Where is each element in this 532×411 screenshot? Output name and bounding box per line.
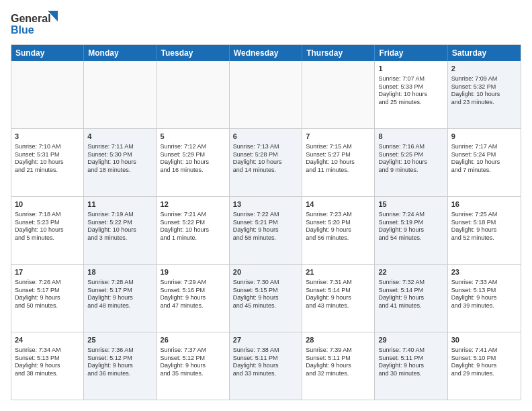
calendar-header: SundayMondayTuesdayWednesdayThursdayFrid… [11,45,521,61]
day-number: 22 [378,267,443,277]
day-cell: 16Sunrise: 7:25 AM Sunset: 5:18 PM Dayli… [448,197,521,264]
weekday-header: Monday [84,45,157,61]
weekday-header: Sunday [11,45,84,61]
day-number: 11 [87,199,152,210]
day-number: 27 [233,335,298,345]
day-info: Sunrise: 7:30 AM Sunset: 5:15 PM Dayligh… [233,279,298,310]
day-cell: 14Sunrise: 7:23 AM Sunset: 5:20 PM Dayli… [302,197,375,264]
empty-cell [11,61,84,128]
day-cell: 18Sunrise: 7:28 AM Sunset: 5:17 PM Dayli… [84,265,157,332]
page: GeneralBlue SundayMondayTuesdayWednesday… [0,0,532,411]
calendar: SundayMondayTuesdayWednesdayThursdayFrid… [11,44,521,400]
empty-cell [157,61,230,128]
day-info: Sunrise: 7:24 AM Sunset: 5:19 PM Dayligh… [378,211,443,242]
weekday-header: Wednesday [230,45,302,61]
day-info: Sunrise: 7:18 AM Sunset: 5:23 PM Dayligh… [15,211,80,242]
day-number: 12 [161,199,226,210]
calendar-row: 10Sunrise: 7:18 AM Sunset: 5:23 PM Dayli… [11,196,521,264]
svg-text:Blue: Blue [11,24,34,36]
weekday-header: Saturday [448,45,521,61]
day-number: 23 [451,267,517,277]
day-cell: 24Sunrise: 7:34 AM Sunset: 5:13 PM Dayli… [11,332,84,400]
day-cell: 20Sunrise: 7:30 AM Sunset: 5:15 PM Dayli… [230,265,302,332]
empty-cell [302,61,375,128]
day-info: Sunrise: 7:41 AM Sunset: 5:10 PM Dayligh… [451,347,517,378]
day-number: 20 [233,267,298,277]
day-cell: 29Sunrise: 7:40 AM Sunset: 5:11 PM Dayli… [375,332,447,400]
day-cell: 3Sunrise: 7:10 AM Sunset: 5:31 PM Daylig… [11,129,84,196]
calendar-body: 1Sunrise: 7:07 AM Sunset: 5:33 PM Daylig… [11,61,521,400]
day-info: Sunrise: 7:25 AM Sunset: 5:18 PM Dayligh… [451,211,517,242]
day-info: Sunrise: 7:32 AM Sunset: 5:14 PM Dayligh… [378,279,443,310]
day-number: 4 [87,132,152,142]
day-number: 9 [451,132,517,142]
day-info: Sunrise: 7:38 AM Sunset: 5:11 PM Dayligh… [233,347,298,378]
day-number: 15 [378,199,443,210]
day-cell: 9Sunrise: 7:17 AM Sunset: 5:24 PM Daylig… [448,129,521,196]
day-number: 28 [306,335,371,345]
day-number: 10 [15,199,80,210]
day-cell: 1Sunrise: 7:07 AM Sunset: 5:33 PM Daylig… [375,61,447,128]
day-number: 24 [15,335,80,345]
day-info: Sunrise: 7:07 AM Sunset: 5:33 PM Dayligh… [378,75,443,107]
day-info: Sunrise: 7:28 AM Sunset: 5:17 PM Dayligh… [87,279,152,310]
day-info: Sunrise: 7:16 AM Sunset: 5:25 PM Dayligh… [378,143,443,175]
day-info: Sunrise: 7:12 AM Sunset: 5:29 PM Dayligh… [161,143,226,175]
day-info: Sunrise: 7:09 AM Sunset: 5:32 PM Dayligh… [451,75,517,107]
day-number: 5 [161,132,226,142]
day-number: 3 [15,132,80,142]
day-cell: 17Sunrise: 7:26 AM Sunset: 5:17 PM Dayli… [11,265,84,332]
day-info: Sunrise: 7:15 AM Sunset: 5:27 PM Dayligh… [306,143,371,175]
day-info: Sunrise: 7:26 AM Sunset: 5:17 PM Dayligh… [15,279,80,310]
day-cell: 7Sunrise: 7:15 AM Sunset: 5:27 PM Daylig… [302,129,375,196]
calendar-row: 1Sunrise: 7:07 AM Sunset: 5:33 PM Daylig… [11,61,521,128]
day-number: 2 [451,64,517,74]
day-info: Sunrise: 7:40 AM Sunset: 5:11 PM Dayligh… [378,347,443,378]
logo: GeneralBlue [11,11,58,38]
calendar-row: 24Sunrise: 7:34 AM Sunset: 5:13 PM Dayli… [11,332,521,400]
day-number: 19 [161,267,226,277]
day-number: 7 [306,132,371,142]
day-cell: 23Sunrise: 7:33 AM Sunset: 5:13 PM Dayli… [448,265,521,332]
calendar-row: 17Sunrise: 7:26 AM Sunset: 5:17 PM Dayli… [11,264,521,332]
svg-text:General: General [11,13,51,24]
calendar-row: 3Sunrise: 7:10 AM Sunset: 5:31 PM Daylig… [11,128,521,196]
day-info: Sunrise: 7:19 AM Sunset: 5:22 PM Dayligh… [87,211,152,242]
day-info: Sunrise: 7:23 AM Sunset: 5:20 PM Dayligh… [306,211,371,242]
day-cell: 28Sunrise: 7:39 AM Sunset: 5:11 PM Dayli… [302,332,375,400]
day-cell: 26Sunrise: 7:37 AM Sunset: 5:12 PM Dayli… [157,332,230,400]
weekday-header: Friday [375,45,447,61]
day-cell: 5Sunrise: 7:12 AM Sunset: 5:29 PM Daylig… [157,129,230,196]
day-info: Sunrise: 7:37 AM Sunset: 5:12 PM Dayligh… [161,347,226,378]
day-cell: 25Sunrise: 7:36 AM Sunset: 5:12 PM Dayli… [84,332,157,400]
day-number: 26 [161,335,226,345]
day-info: Sunrise: 7:36 AM Sunset: 5:12 PM Dayligh… [87,347,152,378]
day-number: 13 [233,199,298,210]
day-info: Sunrise: 7:22 AM Sunset: 5:21 PM Dayligh… [233,211,298,242]
day-cell: 30Sunrise: 7:41 AM Sunset: 5:10 PM Dayli… [448,332,521,400]
day-info: Sunrise: 7:21 AM Sunset: 5:22 PM Dayligh… [161,211,226,242]
day-cell: 27Sunrise: 7:38 AM Sunset: 5:11 PM Dayli… [230,332,302,400]
day-info: Sunrise: 7:39 AM Sunset: 5:11 PM Dayligh… [306,347,371,378]
header: GeneralBlue [11,11,521,38]
day-number: 1 [378,64,443,74]
day-cell: 10Sunrise: 7:18 AM Sunset: 5:23 PM Dayli… [11,197,84,264]
day-number: 29 [378,335,443,345]
day-number: 16 [451,199,517,210]
day-cell: 2Sunrise: 7:09 AM Sunset: 5:32 PM Daylig… [448,61,521,128]
day-cell: 13Sunrise: 7:22 AM Sunset: 5:21 PM Dayli… [230,197,302,264]
day-cell: 22Sunrise: 7:32 AM Sunset: 5:14 PM Dayli… [375,265,447,332]
day-number: 6 [233,132,298,142]
weekday-header: Thursday [302,45,375,61]
day-info: Sunrise: 7:33 AM Sunset: 5:13 PM Dayligh… [451,279,517,310]
empty-cell [84,61,157,128]
day-info: Sunrise: 7:17 AM Sunset: 5:24 PM Dayligh… [451,143,517,175]
day-cell: 21Sunrise: 7:31 AM Sunset: 5:14 PM Dayli… [302,265,375,332]
day-cell: 11Sunrise: 7:19 AM Sunset: 5:22 PM Dayli… [84,197,157,264]
logo-svg: GeneralBlue [11,11,58,38]
day-number: 18 [87,267,152,277]
day-cell: 19Sunrise: 7:29 AM Sunset: 5:16 PM Dayli… [157,265,230,332]
day-info: Sunrise: 7:11 AM Sunset: 5:30 PM Dayligh… [87,143,152,175]
weekday-header: Tuesday [157,45,230,61]
day-cell: 8Sunrise: 7:16 AM Sunset: 5:25 PM Daylig… [375,129,447,196]
